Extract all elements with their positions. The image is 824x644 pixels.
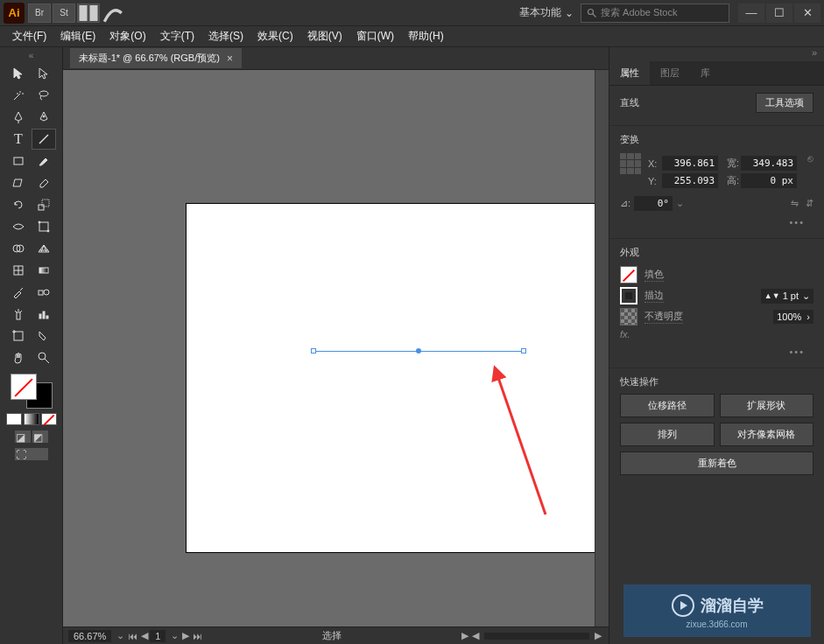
- fill-label[interactable]: 填色: [644, 268, 664, 282]
- last-artboard-btn[interactable]: ⏭: [193, 631, 202, 641]
- qa-recolor[interactable]: 重新着色: [620, 452, 813, 475]
- handle-right[interactable]: [521, 348, 526, 354]
- column-graph-tool[interactable]: [32, 304, 56, 325]
- angle-drop-icon[interactable]: ⌄: [676, 198, 684, 209]
- artboard-tool[interactable]: [6, 326, 31, 346]
- screen-mode-btn[interactable]: ⛶: [15, 448, 48, 460]
- stroke-label[interactable]: 描边: [644, 289, 664, 303]
- flip-h-icon[interactable]: ⇋: [791, 198, 799, 209]
- qa-expand-shape[interactable]: 扩展形状: [720, 394, 814, 417]
- slice-tool[interactable]: [32, 326, 56, 346]
- opacity-label[interactable]: 不透明度: [644, 310, 683, 324]
- tab-libraries[interactable]: 库: [690, 61, 721, 85]
- h-field[interactable]: 0 px: [741, 173, 797, 188]
- gradient-tool[interactable]: [32, 260, 56, 281]
- menu-select[interactable]: 选择(S): [201, 27, 250, 46]
- hand-tool[interactable]: [6, 347, 31, 368]
- artboard[interactable]: [186, 203, 595, 553]
- tool-options-button[interactable]: 工具选项: [756, 93, 813, 113]
- workspace-switcher[interactable]: 基本功能: [519, 5, 574, 20]
- pen-tool[interactable]: [6, 107, 31, 128]
- qa-offset-path[interactable]: 位移路径: [620, 394, 715, 417]
- prev-artboard-btn[interactable]: ◀: [141, 630, 148, 641]
- close-button[interactable]: ✕: [794, 4, 820, 23]
- stroke-swatch-sm[interactable]: [620, 287, 637, 304]
- zoom-field[interactable]: 66.67%: [68, 630, 111, 642]
- scale-tool[interactable]: [32, 194, 56, 215]
- horizontal-scrollbar[interactable]: [484, 633, 589, 640]
- flip-v-icon[interactable]: ⇵: [806, 198, 813, 209]
- search-input[interactable]: 搜索 Adobe Stock: [581, 4, 729, 23]
- handle-mid[interactable]: [416, 348, 421, 354]
- fill-swatch-sm[interactable]: [620, 266, 637, 284]
- mesh-tool[interactable]: [6, 260, 31, 281]
- bridge-button[interactable]: Br: [28, 4, 51, 23]
- zoom-drop-icon[interactable]: ⌄: [116, 630, 124, 641]
- vertical-scrollbar[interactable]: [595, 70, 609, 626]
- type-tool[interactable]: T: [6, 129, 31, 150]
- symbol-sprayer-tool[interactable]: [6, 304, 31, 325]
- magic-wand-tool[interactable]: [6, 85, 31, 106]
- free-transform-tool[interactable]: [32, 216, 56, 237]
- shaper-tool[interactable]: [6, 172, 31, 193]
- eraser-tool[interactable]: [32, 172, 56, 193]
- qa-align-pixel[interactable]: 对齐像素网格: [720, 423, 814, 446]
- opacity-swatch-sm[interactable]: [620, 308, 637, 326]
- rectangle-tool[interactable]: [6, 150, 31, 172]
- stock-button[interactable]: St: [53, 4, 75, 23]
- artboard-number[interactable]: 1: [150, 630, 166, 642]
- fx-label[interactable]: fx.: [620, 329, 630, 340]
- selection-tool[interactable]: [6, 63, 31, 84]
- minimize-button[interactable]: —: [738, 4, 764, 23]
- width-tool[interactable]: [6, 216, 31, 237]
- angle-field[interactable]: 0°: [634, 196, 673, 211]
- close-tab-icon[interactable]: ×: [227, 52, 233, 65]
- direct-selection-tool[interactable]: [32, 63, 56, 84]
- panel-collapse-icon[interactable]: »: [609, 47, 824, 61]
- w-field[interactable]: 349.483: [741, 156, 797, 171]
- qa-arrange[interactable]: 排列: [620, 423, 715, 446]
- y-field[interactable]: 255.093: [662, 173, 718, 188]
- arrange-docs-button[interactable]: [77, 4, 100, 23]
- none-mode-btn[interactable]: [41, 413, 57, 425]
- draw-behind-btn[interactable]: ◩: [32, 430, 48, 443]
- shape-builder-tool[interactable]: [6, 238, 31, 259]
- menu-object[interactable]: 对象(O): [102, 27, 152, 46]
- tab-layers[interactable]: 图层: [650, 61, 690, 85]
- rotate-tool[interactable]: [6, 194, 31, 215]
- opacity-field[interactable]: 100%›: [773, 310, 813, 324]
- perspective-grid-tool[interactable]: [32, 238, 56, 259]
- link-wh-icon[interactable]: ⎋: [807, 153, 813, 164]
- menu-type[interactable]: 文字(T): [153, 27, 201, 46]
- document-tab[interactable]: 未标题-1* @ 66.67% (RGB/预览) ×: [70, 48, 242, 68]
- first-artboard-btn[interactable]: ⏮: [128, 631, 137, 641]
- canvas-area[interactable]: [63, 70, 609, 626]
- appearance-more-icon[interactable]: •••: [620, 343, 813, 360]
- gradient-mode-btn[interactable]: [24, 413, 39, 425]
- color-swatches[interactable]: ◪ ◩ ⛶: [5, 374, 58, 461]
- eyedropper-tool[interactable]: [6, 282, 31, 303]
- tab-properties[interactable]: 属性: [609, 61, 650, 85]
- curvature-tool[interactable]: [32, 107, 56, 128]
- menu-effect[interactable]: 效果(C): [250, 27, 300, 46]
- next-artboard-btn[interactable]: ▶: [182, 630, 189, 641]
- hscroll-left[interactable]: ◀: [472, 630, 479, 641]
- menu-file[interactable]: 文件(F): [5, 27, 53, 46]
- menu-view[interactable]: 视图(V): [300, 27, 349, 46]
- transform-more-icon[interactable]: •••: [620, 214, 813, 231]
- lasso-tool[interactable]: [32, 85, 56, 106]
- reference-point-grid[interactable]: [620, 153, 641, 174]
- menu-help[interactable]: 帮助(H): [401, 27, 451, 46]
- blend-tool[interactable]: [32, 282, 56, 303]
- gpu-button[interactable]: [102, 4, 124, 23]
- line-tool[interactable]: [32, 129, 56, 150]
- zoom-tool[interactable]: [32, 347, 56, 368]
- hscroll-right[interactable]: ▶: [461, 630, 468, 641]
- handle-left[interactable]: [311, 348, 316, 354]
- x-field[interactable]: 396.861: [662, 156, 718, 171]
- menu-edit[interactable]: 编辑(E): [53, 27, 102, 46]
- stroke-weight-field[interactable]: ▲▼1 pt⌄: [761, 289, 813, 304]
- draw-normal-btn[interactable]: ◪: [15, 430, 31, 443]
- fill-swatch[interactable]: [11, 374, 37, 400]
- paintbrush-tool[interactable]: [32, 150, 56, 172]
